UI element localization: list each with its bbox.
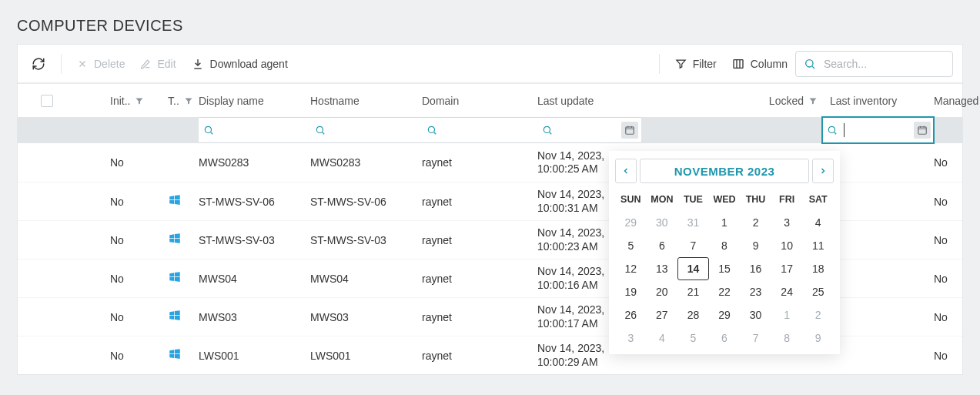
- calendar-day[interactable]: 2: [802, 303, 834, 326]
- col-last-update[interactable]: Last update: [537, 95, 641, 107]
- select-all-checkbox[interactable]: [41, 95, 53, 107]
- calendar-day[interactable]: 5: [677, 326, 709, 350]
- calendar-day[interactable]: 4: [647, 326, 678, 350]
- cell-hostname: MWS03: [310, 306, 422, 328]
- calendar-day[interactable]: 8: [709, 234, 741, 257]
- calendar-day[interactable]: 26: [615, 303, 647, 326]
- search-icon: [426, 125, 437, 136]
- cell-os-icon: [168, 266, 199, 291]
- svg-point-3: [316, 126, 323, 132]
- calendar-title[interactable]: NOVEMBER 2023: [640, 159, 809, 183]
- cell-init: No: [110, 345, 168, 367]
- calendar-day[interactable]: 21: [677, 280, 709, 303]
- calendar-day[interactable]: 28: [677, 303, 709, 326]
- calendar-day[interactable]: 11: [802, 234, 834, 257]
- svg-rect-8: [918, 127, 927, 134]
- filter-last-update[interactable]: [537, 117, 641, 143]
- col-managed[interactable]: Managed: [934, 95, 980, 107]
- calendar-day[interactable]: 15: [709, 257, 741, 280]
- calendar-day[interactable]: 12: [615, 257, 647, 280]
- calendar-day[interactable]: 3: [771, 211, 803, 234]
- svg-point-1: [806, 59, 813, 66]
- search-box[interactable]: [795, 51, 953, 77]
- download-agent-button[interactable]: Download agent: [184, 52, 296, 76]
- calendar-day[interactable]: 18: [802, 257, 834, 280]
- search-icon: [203, 125, 214, 136]
- calendar-day[interactable]: 2: [740, 211, 771, 234]
- calendar-day[interactable]: 8: [771, 326, 803, 350]
- filter-icon: [808, 96, 818, 105]
- calendar-day[interactable]: 29: [615, 211, 647, 234]
- search-icon: [827, 125, 838, 136]
- cell-managed: No: [934, 229, 980, 251]
- calendar-icon[interactable]: [621, 122, 638, 139]
- svg-rect-0: [734, 59, 743, 68]
- col-init[interactable]: Init..: [110, 95, 168, 107]
- calendar-day[interactable]: 5: [615, 234, 647, 257]
- calendar-day[interactable]: 22: [709, 280, 741, 303]
- calendar-day[interactable]: 16: [740, 257, 771, 280]
- calendar-day[interactable]: 30: [647, 211, 678, 234]
- calendar-day[interactable]: 27: [647, 303, 678, 326]
- cell-managed: No: [934, 191, 980, 213]
- filter-button[interactable]: Filter: [667, 52, 724, 76]
- col-checkbox: [41, 95, 110, 107]
- calendar-day[interactable]: 17: [771, 257, 803, 280]
- calendar-day[interactable]: 31: [677, 211, 709, 234]
- col-type[interactable]: T..: [168, 95, 199, 107]
- calendar-prev-button[interactable]: [615, 159, 637, 183]
- cell-hostname: ST-MWS-SV-06: [310, 191, 422, 213]
- calendar-day[interactable]: 23: [740, 280, 771, 303]
- calendar-icon[interactable]: [914, 122, 931, 139]
- filter-domain[interactable]: [422, 117, 537, 143]
- search-icon: [804, 58, 816, 70]
- filter-last-inventory[interactable]: [822, 117, 934, 143]
- filter-label: Filter: [693, 58, 717, 70]
- filter-hostname[interactable]: [310, 117, 422, 143]
- calendar-dow: TUE: [677, 189, 709, 211]
- cell-display-name: LWS001: [199, 345, 310, 367]
- calendar-day[interactable]: 20: [647, 280, 678, 303]
- col-last-inventory[interactable]: Last inventory: [822, 95, 934, 107]
- cell-domain: raynet: [422, 306, 537, 328]
- calendar-day[interactable]: 7: [677, 234, 709, 257]
- filter-display-name[interactable]: [199, 117, 310, 143]
- calendar-day[interactable]: 19: [615, 280, 647, 303]
- cell-domain: raynet: [422, 152, 537, 173]
- table-header: Init.. T.. Display name Hostname Domain …: [18, 83, 962, 117]
- column-button[interactable]: Column: [724, 52, 795, 76]
- refresh-button[interactable]: [24, 52, 53, 76]
- calendar-next-button[interactable]: [812, 159, 834, 183]
- col-locked[interactable]: Locked: [745, 95, 822, 107]
- col-display-name[interactable]: Display name: [199, 95, 310, 107]
- calendar-dow: SUN: [615, 189, 647, 211]
- calendar-day[interactable]: 30: [740, 303, 771, 326]
- calendar-day[interactable]: 29: [709, 303, 741, 326]
- calendar-day[interactable]: 9: [802, 326, 834, 350]
- svg-point-2: [205, 126, 211, 132]
- calendar-day[interactable]: 6: [709, 326, 741, 350]
- calendar-dow: MON: [647, 189, 678, 211]
- calendar-day[interactable]: 7: [740, 326, 771, 350]
- filter-row: [18, 117, 962, 143]
- page-title: COMPUTER DEVICES: [17, 6, 963, 44]
- cell-display-name: MWS04: [199, 268, 310, 290]
- calendar-day[interactable]: 24: [771, 280, 803, 303]
- calendar-dow: SAT: [802, 189, 834, 211]
- calendar-day[interactable]: 13: [647, 257, 678, 280]
- cell-os-icon: [168, 189, 199, 214]
- calendar-day[interactable]: 14: [677, 257, 709, 280]
- calendar-day[interactable]: 1: [771, 303, 803, 326]
- cell-managed: No: [934, 268, 980, 290]
- calendar-day[interactable]: 1: [709, 211, 741, 234]
- calendar-day[interactable]: 4: [802, 211, 834, 234]
- cell-domain: raynet: [422, 268, 537, 290]
- calendar-day[interactable]: 25: [802, 280, 834, 303]
- calendar-day[interactable]: 10: [771, 234, 803, 257]
- col-domain[interactable]: Domain: [422, 95, 537, 107]
- calendar-day[interactable]: 6: [647, 234, 678, 257]
- col-hostname[interactable]: Hostname: [310, 95, 422, 107]
- search-input[interactable]: [822, 57, 960, 71]
- calendar-day[interactable]: 3: [615, 326, 647, 350]
- calendar-day[interactable]: 9: [740, 234, 771, 257]
